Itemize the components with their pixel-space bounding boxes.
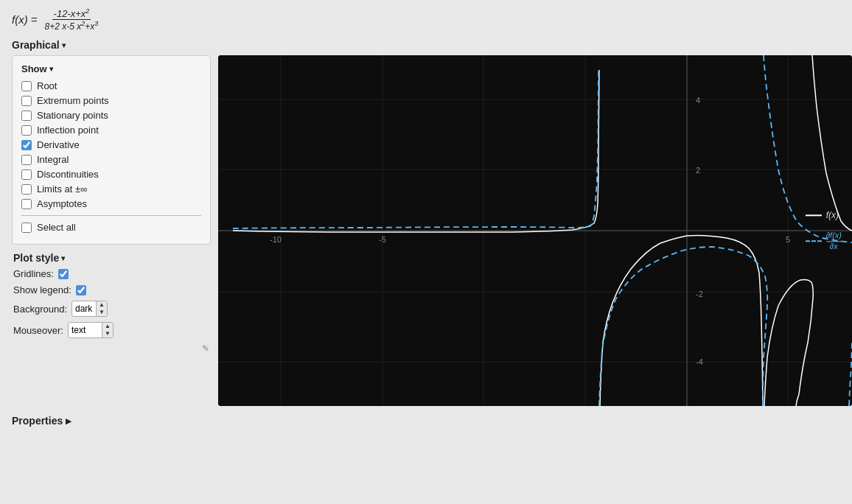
checkbox-root-label: Root (37, 80, 57, 91)
legend-label-dfx: ∂f(x) ∂x (826, 231, 842, 251)
legend-label-fx: f(x) (826, 211, 839, 221)
checkbox-extremum-row: Extremum points (21, 95, 201, 106)
mouseover-down-btn[interactable]: ▼ (102, 330, 113, 337)
checkbox-select-all-row: Select all (21, 222, 201, 233)
checkbox-derivative-label: Derivative (37, 139, 80, 150)
mouseover-label: Mouseover: (13, 325, 63, 336)
checkbox-derivative[interactable] (21, 140, 32, 150)
mouseover-spinner-btns: ▲ ▼ (102, 323, 113, 337)
checkbox-inflection-row: Inflection point (21, 125, 201, 136)
checkbox-inflection[interactable] (21, 125, 32, 136)
checkbox-show-legend[interactable] (76, 285, 86, 295)
show-box: Show ▾ Root Extremum points Stationary p… (12, 55, 211, 245)
background-spinner-btns: ▲ ▼ (96, 301, 107, 316)
background-up-btn[interactable]: ▲ (97, 301, 107, 309)
edit-icon[interactable]: ✎ (13, 343, 209, 354)
graphical-label: Graphical (12, 39, 60, 51)
background-select[interactable]: dark light (72, 302, 96, 315)
formula-row: f(x) = -12-x+x2 8+2 x-5 x2+x3 (12, 7, 840, 32)
properties-label: Properties (12, 415, 63, 427)
show-dropdown-arrow: ▾ (49, 65, 53, 73)
checkbox-gridlines[interactable] (58, 269, 69, 279)
checkbox-stationary[interactable] (21, 111, 32, 121)
checkbox-asymptotes[interactable] (21, 199, 32, 209)
svg-text:-5: -5 (379, 235, 386, 244)
legend: f(x) ∂f(x) ∂x (806, 211, 842, 251)
legend-item-dfx: ∂f(x) ∂x (806, 231, 842, 251)
graph-canvas[interactable]: -10 -5 5 4 2 -2 -4 (218, 55, 852, 406)
formula-denominator: 8+2 x-5 x2+x3 (43, 20, 100, 32)
mouseover-row: Mouseover: text none coords ▲ ▼ (13, 322, 209, 338)
checkbox-stationary-row: Stationary points (21, 110, 201, 121)
svg-text:-10: -10 (270, 235, 282, 244)
svg-text:-4: -4 (696, 357, 703, 366)
left-panel: Show ▾ Root Extremum points Stationary p… (12, 55, 211, 354)
formula-fraction: -12-x+x2 8+2 x-5 x2+x3 (43, 7, 100, 32)
show-header: Show ▾ (21, 63, 201, 74)
checkbox-inflection-label: Inflection point (37, 125, 99, 136)
formula-fx-label: f(x) = (12, 13, 38, 26)
checkbox-extremum[interactable] (21, 96, 32, 106)
plot-style-section: Plot style ▾ Gridlines: Show legend: Bac… (12, 252, 211, 354)
checkbox-integral[interactable] (21, 155, 32, 165)
svg-text:2: 2 (696, 166, 700, 175)
checkbox-extremum-label: Extremum points (37, 95, 109, 106)
checkbox-discontinuities[interactable] (21, 169, 32, 180)
formula-numerator: -12-x+x2 (52, 7, 91, 20)
plot-style-header[interactable]: Plot style ▾ (13, 252, 209, 264)
legend-item-fx: f(x) (806, 211, 842, 221)
checkbox-asymptotes-row: Asymptotes (21, 198, 201, 209)
graphical-section-header[interactable]: Graphical ▾ (12, 39, 840, 51)
checkbox-limits-row: Limits at ±∞ (21, 183, 201, 195)
show-legend-row: Show legend: (13, 284, 209, 295)
graph-area: -10 -5 5 4 2 -2 -4 (218, 55, 852, 406)
checkbox-limits[interactable] (21, 184, 32, 195)
checkbox-discontinuities-label: Discontinuities (37, 169, 99, 180)
checkbox-stationary-label: Stationary points (37, 110, 108, 121)
svg-text:4: 4 (696, 96, 700, 105)
svg-text:5: 5 (786, 235, 790, 244)
show-divider (21, 215, 201, 216)
plot-style-dropdown-arrow: ▾ (61, 254, 65, 262)
mouseover-up-btn[interactable]: ▲ (102, 323, 113, 330)
legend-line-solid (806, 215, 822, 217)
main-layout: Show ▾ Root Extremum points Stationary p… (12, 55, 840, 406)
checkbox-select-all-label: Select all (37, 222, 76, 233)
background-label: Background: (13, 304, 67, 315)
properties-section[interactable]: Properties ▶ (12, 415, 840, 427)
checkbox-asymptotes-label: Asymptotes (37, 198, 87, 209)
checkbox-discontinuities-row: Discontinuities (21, 169, 201, 180)
checkbox-select-all[interactable] (21, 223, 32, 233)
checkbox-integral-label: Integral (37, 154, 69, 165)
checkbox-integral-row: Integral (21, 154, 201, 165)
show-label: Show (21, 63, 47, 74)
graphical-dropdown-arrow: ▾ (62, 41, 66, 49)
gridlines-row: Gridlines: (13, 268, 209, 279)
mouseover-select[interactable]: text none coords (69, 323, 102, 337)
mouseover-spinner[interactable]: text none coords ▲ ▼ (68, 322, 114, 338)
background-row: Background: dark light ▲ ▼ (13, 301, 209, 317)
legend-line-dashed (806, 240, 822, 242)
checkbox-root[interactable] (21, 81, 32, 91)
gridlines-label: Gridlines: (13, 268, 54, 279)
properties-arrow: ▶ (66, 417, 71, 425)
svg-text:-2: -2 (696, 290, 703, 298)
checkbox-derivative-row: Derivative (21, 139, 201, 150)
show-legend-label: Show legend: (13, 284, 71, 295)
background-spinner[interactable]: dark light ▲ ▼ (71, 301, 108, 317)
checkbox-limits-label: Limits at ±∞ (37, 183, 87, 195)
checkbox-root-row: Root (21, 80, 201, 91)
background-down-btn[interactable]: ▼ (97, 309, 107, 316)
graph-svg: -10 -5 5 4 2 -2 -4 (218, 55, 852, 406)
plot-style-label: Plot style (13, 252, 59, 264)
